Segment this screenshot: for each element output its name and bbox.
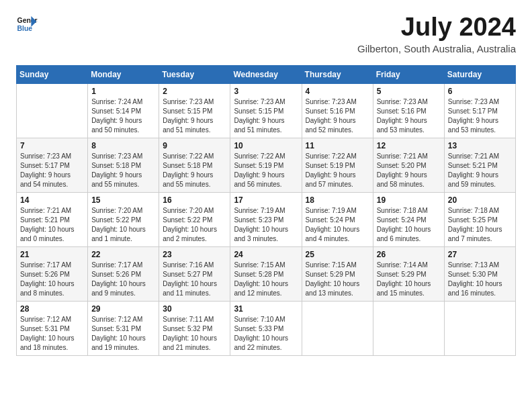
day-number: 12 (377, 141, 441, 150)
day-number: 28 (20, 304, 84, 314)
day-number: 4 (306, 87, 369, 96)
day-info: Sunrise: 7:18 AMSunset: 5:24 PMDaylight:… (377, 206, 441, 244)
logo-icon: General Blue (16, 13, 38, 35)
calendar-header-row: SundayMondayTuesdayWednesdayThursdayFrid… (17, 65, 516, 83)
day-number: 10 (234, 141, 298, 150)
day-info: Sunrise: 7:15 AMSunset: 5:29 PMDaylight:… (306, 261, 369, 298)
day-number: 3 (234, 87, 298, 96)
calendar-week-row: 28Sunrise: 7:12 AMSunset: 5:31 PMDayligh… (17, 301, 516, 355)
day-info: Sunrise: 7:16 AMSunset: 5:27 PMDaylight:… (163, 261, 226, 298)
day-info: Sunrise: 7:22 AMSunset: 5:19 PMDaylight:… (306, 152, 369, 189)
calendar-cell (373, 301, 444, 355)
day-info: Sunrise: 7:18 AMSunset: 5:25 PMDaylight:… (448, 206, 512, 244)
day-number: 26 (377, 250, 441, 259)
day-number: 20 (448, 195, 512, 205)
day-info: Sunrise: 7:15 AMSunset: 5:28 PMDaylight:… (234, 261, 298, 298)
day-number: 25 (306, 250, 369, 259)
day-info: Sunrise: 7:20 AMSunset: 5:22 PMDaylight:… (163, 206, 226, 244)
month-title: July 2024 (357, 13, 516, 42)
calendar-cell (302, 301, 373, 355)
logo: General Blue (16, 13, 38, 35)
day-info: Sunrise: 7:23 AMSunset: 5:18 PMDaylight:… (91, 152, 155, 189)
calendar-cell: 26Sunrise: 7:14 AMSunset: 5:29 PMDayligh… (373, 246, 444, 301)
calendar-cell: 8Sunrise: 7:23 AMSunset: 5:18 PMDaylight… (88, 138, 159, 192)
calendar-cell: 7Sunrise: 7:23 AMSunset: 5:17 PMDaylight… (17, 138, 88, 192)
day-info: Sunrise: 7:19 AMSunset: 5:23 PMDaylight:… (234, 206, 298, 244)
day-info: Sunrise: 7:11 AMSunset: 5:32 PMDaylight:… (163, 315, 226, 353)
weekday-header: Friday (373, 65, 444, 83)
day-info: Sunrise: 7:12 AMSunset: 5:31 PMDaylight:… (91, 315, 155, 353)
calendar-cell: 6Sunrise: 7:23 AMSunset: 5:17 PMDaylight… (444, 83, 515, 138)
weekday-header: Tuesday (159, 65, 230, 83)
day-number: 15 (91, 195, 155, 205)
calendar-cell: 1Sunrise: 7:24 AMSunset: 5:14 PMDaylight… (88, 83, 159, 138)
calendar-cell: 13Sunrise: 7:21 AMSunset: 5:21 PMDayligh… (444, 138, 515, 192)
calendar-cell: 15Sunrise: 7:20 AMSunset: 5:22 PMDayligh… (88, 192, 159, 246)
calendar-week-row: 7Sunrise: 7:23 AMSunset: 5:17 PMDaylight… (17, 138, 516, 192)
day-number: 23 (163, 250, 226, 259)
day-number: 1 (91, 87, 155, 96)
calendar-cell: 9Sunrise: 7:22 AMSunset: 5:18 PMDaylight… (159, 138, 230, 192)
day-number: 17 (234, 195, 298, 205)
calendar-cell: 24Sunrise: 7:15 AMSunset: 5:28 PMDayligh… (230, 246, 302, 301)
day-info: Sunrise: 7:17 AMSunset: 5:26 PMDaylight:… (91, 261, 155, 298)
calendar-week-row: 14Sunrise: 7:21 AMSunset: 5:21 PMDayligh… (17, 192, 516, 246)
day-info: Sunrise: 7:17 AMSunset: 5:26 PMDaylight:… (20, 261, 84, 298)
calendar-cell: 5Sunrise: 7:23 AMSunset: 5:16 PMDaylight… (373, 83, 444, 138)
weekday-header: Wednesday (230, 65, 302, 83)
day-info: Sunrise: 7:23 AMSunset: 5:15 PMDaylight:… (163, 97, 226, 135)
day-number: 24 (234, 250, 298, 259)
calendar-cell: 31Sunrise: 7:10 AMSunset: 5:33 PMDayligh… (230, 301, 302, 355)
day-info: Sunrise: 7:12 AMSunset: 5:31 PMDaylight:… (20, 315, 84, 353)
day-info: Sunrise: 7:23 AMSunset: 5:17 PMDaylight:… (448, 97, 512, 135)
day-number: 2 (163, 87, 226, 96)
day-info: Sunrise: 7:13 AMSunset: 5:30 PMDaylight:… (448, 261, 512, 298)
day-number: 19 (377, 195, 441, 205)
weekday-header: Monday (88, 65, 159, 83)
calendar-table: SundayMondayTuesdayWednesdayThursdayFrid… (16, 65, 516, 356)
day-info: Sunrise: 7:20 AMSunset: 5:22 PMDaylight:… (91, 206, 155, 244)
day-number: 6 (448, 87, 512, 96)
day-number: 11 (306, 141, 369, 150)
calendar-cell: 17Sunrise: 7:19 AMSunset: 5:23 PMDayligh… (230, 192, 302, 246)
calendar-cell: 16Sunrise: 7:20 AMSunset: 5:22 PMDayligh… (159, 192, 230, 246)
day-number: 29 (91, 304, 155, 314)
day-info: Sunrise: 7:10 AMSunset: 5:33 PMDaylight:… (234, 315, 298, 353)
title-block: July 2024 Gilberton, South Australia, Au… (357, 13, 516, 54)
day-number: 27 (448, 250, 512, 259)
day-number: 5 (377, 87, 441, 96)
calendar-cell: 3Sunrise: 7:23 AMSunset: 5:15 PMDaylight… (230, 83, 302, 138)
calendar-cell: 28Sunrise: 7:12 AMSunset: 5:31 PMDayligh… (17, 301, 88, 355)
calendar-body: 1Sunrise: 7:24 AMSunset: 5:14 PMDaylight… (17, 83, 516, 355)
day-info: Sunrise: 7:23 AMSunset: 5:17 PMDaylight:… (20, 152, 84, 189)
weekday-header: Saturday (444, 65, 515, 83)
day-info: Sunrise: 7:23 AMSunset: 5:16 PMDaylight:… (306, 97, 369, 135)
calendar-cell: 27Sunrise: 7:13 AMSunset: 5:30 PMDayligh… (444, 246, 515, 301)
day-info: Sunrise: 7:23 AMSunset: 5:15 PMDaylight:… (234, 97, 298, 135)
calendar-cell: 30Sunrise: 7:11 AMSunset: 5:32 PMDayligh… (159, 301, 230, 355)
calendar-cell: 20Sunrise: 7:18 AMSunset: 5:25 PMDayligh… (444, 192, 515, 246)
calendar-cell: 12Sunrise: 7:21 AMSunset: 5:20 PMDayligh… (373, 138, 444, 192)
day-info: Sunrise: 7:24 AMSunset: 5:14 PMDaylight:… (91, 97, 155, 135)
day-number: 18 (306, 195, 369, 205)
calendar-cell: 25Sunrise: 7:15 AMSunset: 5:29 PMDayligh… (302, 246, 373, 301)
day-info: Sunrise: 7:21 AMSunset: 5:20 PMDaylight:… (377, 152, 441, 189)
day-info: Sunrise: 7:19 AMSunset: 5:24 PMDaylight:… (306, 206, 369, 244)
day-number: 16 (163, 195, 226, 205)
calendar-cell: 11Sunrise: 7:22 AMSunset: 5:19 PMDayligh… (302, 138, 373, 192)
day-number: 7 (20, 141, 84, 150)
day-number: 8 (91, 141, 155, 150)
calendar-cell: 10Sunrise: 7:22 AMSunset: 5:19 PMDayligh… (230, 138, 302, 192)
day-number: 14 (20, 195, 84, 205)
calendar-week-row: 21Sunrise: 7:17 AMSunset: 5:26 PMDayligh… (17, 246, 516, 301)
calendar-cell: 2Sunrise: 7:23 AMSunset: 5:15 PMDaylight… (159, 83, 230, 138)
calendar-cell: 18Sunrise: 7:19 AMSunset: 5:24 PMDayligh… (302, 192, 373, 246)
calendar-week-row: 1Sunrise: 7:24 AMSunset: 5:14 PMDaylight… (17, 83, 516, 138)
weekday-header: Sunday (17, 65, 88, 83)
day-number: 9 (163, 141, 226, 150)
day-number: 30 (163, 304, 226, 314)
calendar-cell (17, 83, 88, 138)
day-info: Sunrise: 7:22 AMSunset: 5:18 PMDaylight:… (163, 152, 226, 189)
day-info: Sunrise: 7:14 AMSunset: 5:29 PMDaylight:… (377, 261, 441, 298)
weekday-header: Thursday (302, 65, 373, 83)
